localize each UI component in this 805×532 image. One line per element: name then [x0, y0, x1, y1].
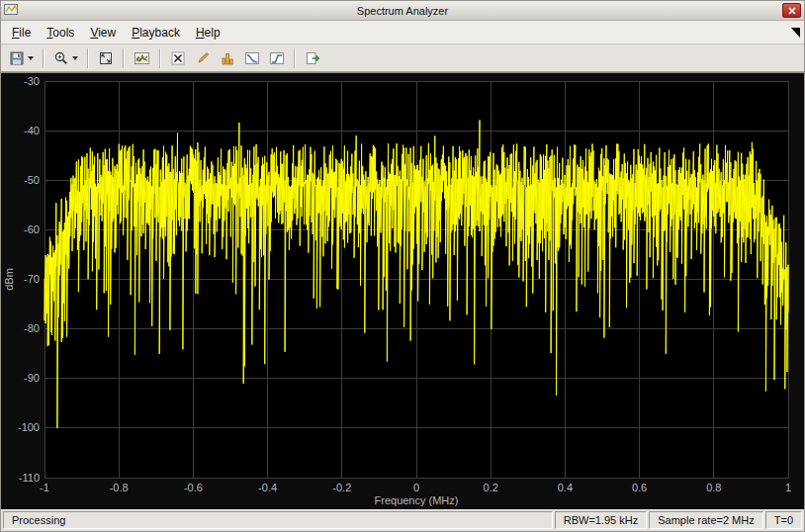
toolbar-separator: [123, 48, 125, 68]
peak-finder-icon: [195, 50, 211, 66]
svg-text:-50: -50: [24, 174, 40, 186]
svg-text:-30: -30: [24, 75, 40, 87]
menubar: File Tools View Playback Help: [1, 21, 804, 44]
svg-text:-60: -60: [24, 223, 40, 235]
window-title: Spectrum Analyzer: [1, 5, 804, 17]
svg-text:1: 1: [785, 482, 791, 493]
dropdown-arrow-icon: [28, 56, 34, 60]
svg-text:Frequency (MHz): Frequency (MHz): [375, 494, 459, 506]
cursor-measurements-button[interactable]: [166, 46, 190, 70]
svg-text:-1: -1: [40, 482, 49, 493]
svg-text:-0.8: -0.8: [110, 482, 129, 493]
toolbar-separator: [159, 48, 161, 68]
spectrum-chart[interactable]: -1-0.8-0.6-0.4-0.200.20.40.60.81-30-40-5…: [1, 73, 804, 509]
menu-help[interactable]: Help: [188, 23, 228, 43]
svg-text:0.6: 0.6: [632, 482, 647, 493]
menu-file[interactable]: File: [4, 23, 39, 43]
fit-to-view-icon: [98, 50, 114, 66]
close-icon: [787, 6, 797, 16]
svg-text:0.4: 0.4: [558, 482, 573, 493]
status-message: Processing: [3, 511, 553, 529]
status-rbw: RBW=1.95 kHz: [555, 511, 648, 529]
save-icon: [9, 50, 25, 66]
menu-playback[interactable]: Playback: [124, 23, 188, 43]
distortion-icon: [220, 50, 235, 66]
ccdf-measurements-button[interactable]: [240, 46, 264, 70]
status-time: T=0: [765, 511, 802, 529]
zoom-icon: [53, 50, 69, 66]
spectrum-analyzer-window: Spectrum Analyzer File Tools View Playba…: [0, 0, 805, 532]
menu-overflow-icon[interactable]: [791, 28, 800, 38]
svg-text:-80: -80: [24, 322, 40, 334]
menu-view[interactable]: View: [82, 23, 124, 43]
toolbar: [1, 44, 804, 72]
zoom-button[interactable]: [49, 46, 82, 70]
save-button[interactable]: [5, 46, 38, 70]
playback-icon: [305, 50, 321, 66]
spectral-mask-button[interactable]: [265, 46, 289, 70]
svg-text:-0.2: -0.2: [332, 482, 351, 493]
statusbar: Processing RBW=1.95 kHz Sample rate=2 MH…: [1, 509, 804, 531]
svg-text:-90: -90: [24, 372, 40, 384]
svg-text:-0.4: -0.4: [258, 482, 277, 493]
spectral-mask-icon: [269, 50, 285, 66]
cursor-measurements-icon: [170, 50, 186, 66]
svg-text:0.8: 0.8: [706, 482, 721, 493]
distortion-measurements-button[interactable]: [216, 46, 239, 70]
toolbar-separator: [43, 48, 45, 68]
peak-finder-button[interactable]: [191, 46, 215, 70]
spectrum-settings-icon: [134, 50, 150, 66]
close-button[interactable]: [782, 3, 801, 18]
ccdf-icon: [244, 50, 260, 66]
spectrum-settings-button[interactable]: [130, 46, 154, 70]
fit-to-view-button[interactable]: [94, 46, 118, 70]
menu-tools[interactable]: Tools: [39, 23, 82, 43]
toolbar-separator: [294, 48, 296, 68]
svg-text:dBm: dBm: [3, 268, 15, 291]
dropdown-arrow-icon: [72, 56, 78, 60]
svg-text:0: 0: [413, 482, 419, 493]
svg-text:-40: -40: [24, 125, 40, 136]
toolbar-separator: [87, 48, 89, 68]
svg-text:0.2: 0.2: [484, 482, 498, 493]
status-sample-rate: Sample rate=2 MHz: [649, 511, 763, 529]
titlebar[interactable]: Spectrum Analyzer: [1, 1, 804, 21]
playback-export-button[interactable]: [301, 46, 325, 70]
svg-text:-70: -70: [24, 273, 40, 285]
spectrum-plot[interactable]: -1-0.8-0.6-0.4-0.200.20.40.60.81-30-40-5…: [1, 72, 804, 509]
svg-text:-0.6: -0.6: [184, 482, 203, 493]
svg-text:-110: -110: [19, 472, 40, 484]
svg-text:-100: -100: [18, 421, 40, 433]
